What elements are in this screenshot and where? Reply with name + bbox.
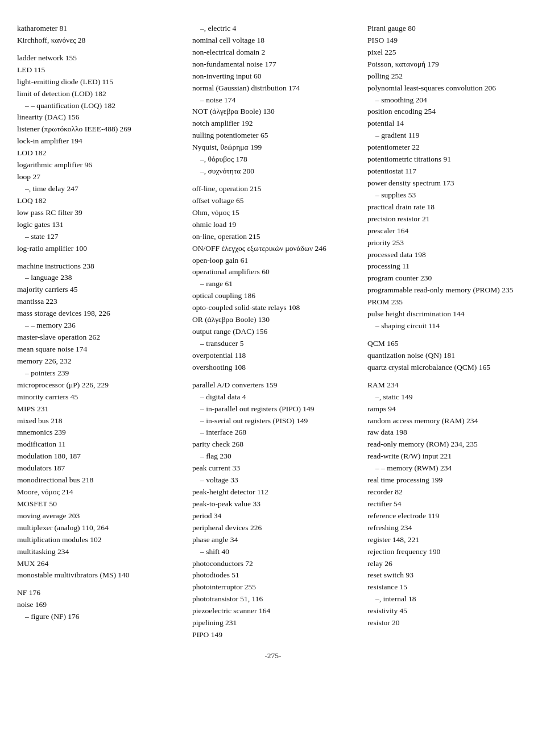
index-entry: parallel A/D converters 159: [192, 379, 354, 391]
index-entry: – in-serial out registers (PISO) 149: [192, 415, 354, 427]
index-entry: peak-height detector 112: [192, 486, 354, 498]
index-entry: quantization noise (QN) 181: [367, 350, 529, 362]
index-entry: – language 238: [17, 272, 179, 284]
index-entry: mass storage devices 198, 226: [17, 308, 179, 320]
index-entry: overpotential 118: [192, 350, 354, 362]
index-entry: nominal cell voltage 18: [192, 35, 354, 47]
spacer: [17, 581, 179, 587]
index-entry: – state 127: [17, 231, 179, 243]
index-entry: – smoothing 204: [367, 94, 529, 106]
index-entry: – figure (NF) 176: [17, 611, 179, 623]
index-entry: – voltage 33: [192, 474, 354, 486]
index-entry: operational amplifiers 60: [192, 266, 354, 278]
index-entry: log-ratio amplifier 100: [17, 243, 179, 255]
index-entry: – transducer 5: [192, 338, 354, 350]
index-entry: random access memory (RAM) 234: [367, 415, 529, 427]
index-entry: microprocessor (μP) 226, 229: [17, 379, 179, 391]
index-entry: – – memory (RWM) 234: [367, 462, 529, 474]
index-entry: – gradient 119: [367, 130, 529, 142]
page-footer: -275-: [17, 651, 529, 660]
index-entry: – range 61: [192, 278, 354, 290]
index-entry: multiplication modules 102: [17, 534, 179, 546]
index-entry: monodirectional bus 218: [17, 474, 179, 486]
index-entry: modification 11: [17, 439, 179, 451]
column-1: katharometer 81Kirchhoff, κανόνες 28ladd…: [17, 23, 185, 641]
index-entry: linearity (DAC) 156: [17, 111, 179, 123]
index-entry: light-emitting diode (LED) 115: [17, 76, 179, 88]
index-entry: moving average 203: [17, 510, 179, 522]
index-entry: mnemonics 239: [17, 427, 179, 439]
index-entry: OR (άλγεβρα Boole) 130: [192, 314, 354, 326]
spacer: [192, 177, 354, 183]
page: katharometer 81Kirchhoff, κανόνες 28ladd…: [0, 0, 546, 695]
index-entry: raw data 198: [367, 427, 529, 439]
index-entry: machine instructions 238: [17, 261, 179, 272]
spacer: [17, 47, 179, 52]
index-entry: – – memory 236: [17, 320, 179, 332]
index-entry: rectifier 54: [367, 498, 529, 510]
index-entry: NF 176: [17, 587, 179, 599]
index-entry: Kirchhoff, κανόνες 28: [17, 35, 179, 47]
index-entry: normal (Gaussian) distribution 174: [192, 82, 354, 94]
index-entry: non-electrical domain 2: [192, 47, 354, 59]
index-entry: non-fundamental noise 177: [192, 59, 354, 71]
index-entry: precision resistor 21: [367, 213, 529, 225]
index-entry: pulse height discrimination 144: [367, 308, 529, 320]
index-entry: photoconductors 72: [192, 558, 354, 570]
index-entry: quartz crystal microbalance (QCM) 165: [367, 362, 529, 374]
index-entry: polling 252: [367, 71, 529, 82]
spacer: [192, 374, 354, 379]
index-entry: master-slave operation 262: [17, 332, 179, 344]
index-entry: multitasking 234: [17, 546, 179, 558]
index-entry: potentiostat 117: [367, 166, 529, 177]
index-entry: noise 169: [17, 599, 179, 611]
index-entry: pipelining 231: [192, 617, 354, 629]
index-entry: phase angle 34: [192, 534, 354, 546]
index-entry: mantissa 223: [17, 296, 179, 308]
index-entry: monostable multivibrators (MS) 140: [17, 569, 179, 581]
index-entry: –, electric 4: [192, 23, 354, 35]
spacer: [367, 332, 529, 338]
index-entry: ramps 94: [367, 403, 529, 415]
index-entry: – shaping circuit 114: [367, 320, 529, 332]
index-entry: MUX 264: [17, 558, 179, 570]
index-entry: multiplexer (analog) 110, 264: [17, 522, 179, 534]
index-entry: relay 26: [367, 558, 529, 570]
index-entry: peak-to-peak value 33: [192, 498, 354, 510]
index-entry: on-line, operation 215: [192, 231, 354, 243]
column-2: –, electric 4nominal cell voltage 18non-…: [185, 23, 361, 641]
columns-container: katharometer 81Kirchhoff, κανόνες 28ladd…: [17, 23, 529, 641]
index-entry: overshooting 108: [192, 362, 354, 374]
index-entry: ohmic load 19: [192, 219, 354, 231]
index-entry: low pass RC filter 39: [17, 207, 179, 219]
index-entry: loop 27: [17, 171, 179, 183]
index-entry: reset switch 93: [367, 569, 529, 581]
index-entry: LOQ 182: [17, 195, 179, 207]
index-entry: LOD 182: [17, 147, 179, 159]
index-entry: PROM 235: [367, 296, 529, 308]
index-entry: – digital data 4: [192, 391, 354, 403]
index-entry: Pirani gauge 80: [367, 23, 529, 35]
index-entry: power density spectrum 173: [367, 177, 529, 189]
index-entry: photodiodes 51: [192, 569, 354, 581]
index-entry: Poisson, κατανομή 179: [367, 59, 529, 71]
index-entry: potential 14: [367, 118, 529, 130]
index-entry: potentiometer 22: [367, 142, 529, 154]
index-entry: –, static 149: [367, 391, 529, 403]
index-entry: MIPS 231: [17, 403, 179, 415]
index-entry: nulling potentiometer 65: [192, 130, 354, 142]
index-entry: –, internal 18: [367, 593, 529, 605]
index-entry: off-line, operation 215: [192, 183, 354, 195]
index-entry: – in-parallel out registers (PIPO) 149: [192, 403, 354, 415]
index-entry: resistance 15: [367, 581, 529, 593]
index-entry: PISO 149: [367, 35, 529, 47]
index-entry: –, συχνότητα 200: [192, 166, 354, 177]
index-entry: recorder 82: [367, 486, 529, 498]
index-entry: processing 11: [367, 261, 529, 272]
index-entry: logic gates 131: [17, 219, 179, 231]
index-entry: – – quantification (LOQ) 182: [17, 100, 179, 112]
index-entry: read-only memory (ROM) 234, 235: [367, 439, 529, 451]
index-entry: notch amplifier 192: [192, 118, 354, 130]
index-entry: – interface 268: [192, 427, 354, 439]
index-entry: piezoelectric scanner 164: [192, 605, 354, 617]
